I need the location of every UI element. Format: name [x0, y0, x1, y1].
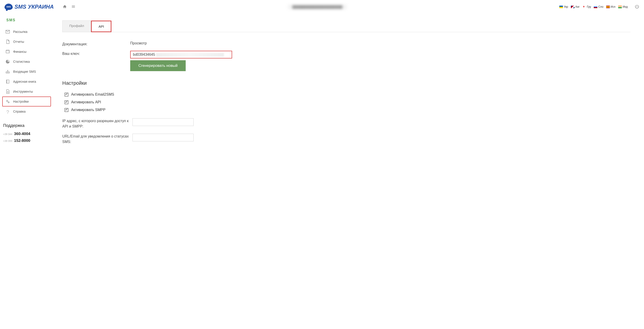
api-key-value: bd039434645 [133, 53, 155, 57]
sidebar-item-label: Справка [13, 110, 26, 113]
phone-number: 152-8000 [14, 138, 30, 143]
book-icon [6, 79, 10, 84]
sidebar-item-statistics[interactable]: Статистика [0, 57, 53, 67]
language-switcher: Укр Анг Гру Сло Исп Инд [559, 5, 628, 9]
header-center: ████████████████████████ [76, 4, 559, 10]
row-api-key: Ваш ключ: bd039434645 Сгенерировать новы… [62, 51, 630, 71]
settings-section-title: Настройки [62, 80, 630, 86]
lang-slo[interactable]: Сло [594, 5, 603, 9]
logo[interactable]: SMS SMS УКРАИНА [4, 4, 54, 10]
api-key-box: bd039434645 [130, 51, 232, 59]
sidebar-title: SMS [0, 18, 53, 27]
help-icon: ? [6, 109, 10, 114]
ip-address-input[interactable] [132, 118, 194, 126]
main-content: Профайл API Документация: Просмотр Ваш к… [53, 14, 644, 158]
row-notification-url: URL/Email для уведомления о статусах SMS… [62, 134, 630, 145]
phone-number: 360-4004 [14, 132, 30, 136]
support-title: Поддержка [3, 123, 50, 128]
doc-label: Документация: [62, 41, 130, 46]
flag-in-icon [618, 6, 622, 8]
sidebar-item-incoming[interactable]: Входящие SMS [0, 67, 53, 77]
logo-bubble-icon: SMS [4, 4, 13, 10]
flag-ge-icon [582, 6, 586, 8]
tabs: Профайл API [62, 21, 630, 32]
doc-link[interactable]: Просмотр [130, 41, 630, 45]
sidebar-item-label: Инструменты [13, 90, 33, 93]
checkbox-smpp[interactable]: Активировать SMPP [64, 106, 630, 114]
url-label: URL/Email для уведомления о статусах SMS… [62, 134, 132, 145]
menu-icon[interactable] [71, 5, 76, 9]
lang-geo[interactable]: Гру [582, 5, 591, 9]
phone-prefix: +38 044 [3, 133, 12, 136]
support-phone-2: +38 099 152-8000 [3, 138, 50, 143]
lang-label: Исп [611, 5, 616, 9]
logo-text: SMS УКРАИНА [14, 4, 54, 10]
lang-ind[interactable]: Инд [618, 5, 628, 9]
checkbox-api[interactable]: Активировать API [64, 98, 630, 106]
flag-gb-icon [571, 6, 574, 8]
flag-sl-icon [594, 6, 597, 8]
wallet-icon [6, 49, 10, 54]
sidebar-item-label: Адресная книга [13, 80, 36, 83]
checkbox-label: Активировать Email2SMS [71, 93, 114, 97]
lang-esp[interactable]: Исп [606, 5, 616, 9]
mail-icon [6, 30, 10, 34]
notification-url-input[interactable] [132, 134, 194, 141]
sidebar-item-tools[interactable]: Инструменты [0, 87, 53, 97]
sidebar: SMS Рассылка Отчеты Финансы Статистика В… [0, 14, 53, 158]
support-section: Поддержка +38 044 360-4004 +38 099 152-8… [0, 117, 53, 143]
home-icon[interactable] [63, 5, 67, 9]
ip-label: IP адрес, с которого разрешен доступ к A… [62, 118, 132, 129]
lang-label: Инд [623, 5, 628, 9]
lang-label: Укр [564, 5, 568, 9]
gears-icon [6, 99, 10, 104]
sidebar-item-label: Входящие SMS [13, 70, 36, 73]
lang-ukr[interactable]: Укр [559, 5, 568, 9]
sidebar-item-label: Отчеты [13, 40, 24, 44]
row-documentation: Документация: Просмотр [62, 41, 630, 46]
checkbox-icon [64, 108, 68, 112]
sidebar-item-address-book[interactable]: Адресная книга [0, 77, 53, 87]
inbox-icon [6, 69, 10, 74]
pie-icon [6, 59, 10, 64]
sidebar-item-label: Настройки [13, 100, 29, 103]
sidebar-item-label: Статистика [13, 60, 30, 64]
flag-es-icon [606, 6, 610, 8]
sidebar-item-reports[interactable]: Отчеты [0, 37, 53, 47]
svg-point-0 [6, 100, 8, 102]
support-phone-1: +38 044 360-4004 [3, 132, 50, 136]
api-key-hidden [156, 53, 224, 57]
lang-eng[interactable]: Анг [571, 5, 580, 9]
header-user-blurred: ████████████████████████ [288, 4, 347, 10]
tab-profile[interactable]: Профайл [62, 21, 91, 32]
sidebar-item-label: Финансы [13, 50, 26, 54]
generate-new-button[interactable]: Сгенерировать новый [130, 60, 186, 71]
checkbox-icon [64, 100, 68, 104]
header-icons [63, 5, 76, 9]
checkbox-icon [64, 93, 68, 97]
flag-ua-icon [559, 6, 563, 8]
doc-icon [6, 89, 10, 94]
key-label: Ваш ключ: [62, 51, 130, 56]
sidebar-item-mailing[interactable]: Рассылка [0, 27, 53, 37]
lang-label: Сло [598, 5, 603, 9]
sidebar-item-finance[interactable]: Финансы [0, 47, 53, 57]
lang-label: Анг [576, 5, 580, 9]
tab-api[interactable]: API [91, 21, 112, 32]
sidebar-item-settings[interactable]: Настройки [2, 97, 51, 107]
logout-icon[interactable] [634, 4, 640, 10]
svg-point-1 [8, 102, 9, 103]
row-ip-address: IP адрес, с которого разрешен доступ к A… [62, 118, 630, 129]
sidebar-item-label: Рассылка [13, 30, 28, 34]
checkbox-label: Активировать API [71, 100, 101, 104]
checkbox-email2sms[interactable]: Активировать Email2SMS [64, 91, 630, 98]
lang-label: Гру [587, 5, 591, 9]
header: SMS SMS УКРАИНА ████████████████████████… [0, 0, 644, 14]
file-icon [6, 40, 10, 44]
checkbox-label: Активировать SMPP [71, 108, 106, 112]
sidebar-item-help[interactable]: ? Справка [0, 107, 53, 117]
phone-prefix: +38 099 [3, 140, 12, 142]
